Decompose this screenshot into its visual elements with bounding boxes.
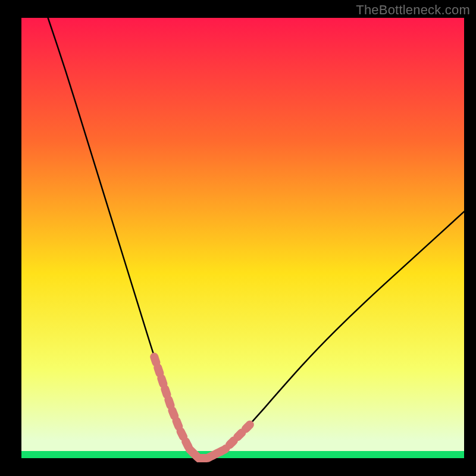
bottleneck-plot — [0, 0, 476, 476]
chart-frame: TheBottleneck.com — [0, 0, 476, 476]
plot-bottom-strip — [21, 451, 464, 458]
plot-area-gradient — [21, 18, 464, 458]
watermark-text: TheBottleneck.com — [356, 2, 470, 18]
